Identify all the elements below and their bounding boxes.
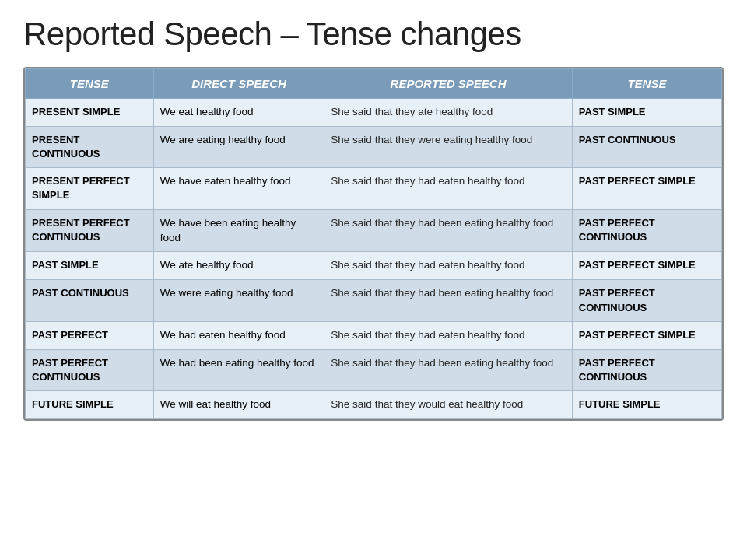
tense-left-cell: PAST PERFECT CONTINUOUS: [26, 349, 154, 390]
tense-right-cell: PAST PERFECT SIMPLE: [572, 252, 721, 280]
table-row: PRESENT PERFECT SIMPLEWe have eaten heal…: [26, 168, 722, 209]
reported-speech-cell: She said that they ate healthy food: [324, 99, 572, 127]
tense-right-cell: PAST PERFECT SIMPLE: [572, 321, 721, 349]
reported-speech-cell: She said that they had been eating healt…: [324, 349, 572, 390]
tense-right-cell: PAST SIMPLE: [572, 99, 721, 127]
direct-speech-cell: We have eaten healthy food: [153, 168, 324, 209]
table-row: PRESENT CONTINUOUSWe are eating healthy …: [26, 126, 722, 167]
table-header-row: TENSE DIRECT SPEECH REPORTED SPEECH TENS…: [26, 69, 722, 99]
tense-left-cell: PAST PERFECT: [26, 321, 154, 349]
direct-speech-cell: We have been eating healthy food: [153, 209, 324, 252]
tense-right-cell: PAST PERFECT CONTINUOUS: [572, 349, 721, 390]
reported-speech-cell: She said that they had been eating healt…: [324, 280, 572, 321]
direct-speech-cell: We will eat healthy food: [153, 390, 324, 418]
reported-speech-cell: She said that they had eaten healthy foo…: [324, 321, 572, 349]
direct-speech-cell: We were eating healthy food: [153, 280, 324, 321]
tense-left-cell: PRESENT PERFECT SIMPLE: [26, 168, 154, 209]
reported-speech-cell: She said that they had been eating healt…: [324, 209, 572, 252]
col-header-tense-left: TENSE: [26, 69, 154, 99]
table-row: PRESENT SIMPLEWe eat healthy foodShe sai…: [26, 99, 722, 127]
page-title: Reported Speech – Tense changes: [23, 16, 724, 53]
tense-left-cell: PRESENT SIMPLE: [26, 99, 154, 127]
tense-left-cell: PRESENT PERFECT CONTINUOUS: [26, 209, 154, 252]
table-row: FUTURE SIMPLEWe will eat healthy foodShe…: [26, 390, 722, 418]
tense-left-cell: PRESENT CONTINUOUS: [26, 126, 154, 167]
col-header-tense-right: TENSE: [572, 69, 721, 99]
tense-left-cell: FUTURE SIMPLE: [26, 390, 154, 418]
table-row: PAST PERFECTWe had eaten healthy foodShe…: [26, 321, 722, 349]
tense-table: TENSE DIRECT SPEECH REPORTED SPEECH TENS…: [25, 68, 722, 419]
reported-speech-cell: She said that they had eaten healthy foo…: [324, 252, 572, 280]
tense-left-cell: PAST SIMPLE: [26, 252, 154, 280]
col-header-reported-speech: REPORTED SPEECH: [324, 69, 572, 99]
direct-speech-cell: We are eating healthy food: [153, 126, 324, 167]
main-table-container: TENSE DIRECT SPEECH REPORTED SPEECH TENS…: [23, 67, 724, 421]
reported-speech-cell: She said that they had eaten healthy foo…: [324, 168, 572, 209]
table-row: PRESENT PERFECT CONTINUOUSWe have been e…: [26, 209, 722, 252]
tense-right-cell: PAST CONTINUOUS: [572, 126, 721, 167]
direct-speech-cell: We had eaten healthy food: [153, 321, 324, 349]
table-row: PAST PERFECT CONTINUOUSWe had been eatin…: [26, 349, 722, 390]
table-row: PAST SIMPLEWe ate healthy foodShe said t…: [26, 252, 722, 280]
tense-right-cell: PAST PERFECT SIMPLE: [572, 168, 721, 209]
col-header-direct-speech: DIRECT SPEECH: [153, 69, 324, 99]
tense-right-cell: FUTURE SIMPLE: [572, 390, 721, 418]
direct-speech-cell: We had been eating healthy food: [153, 349, 324, 390]
tense-right-cell: PAST PERFECT CONTINUOUS: [572, 209, 721, 252]
direct-speech-cell: We eat healthy food: [153, 99, 324, 127]
tense-right-cell: PAST PERFECT CONTINUOUS: [572, 280, 721, 321]
tense-left-cell: PAST CONTINUOUS: [26, 280, 154, 321]
reported-speech-cell: She said that they would eat healthy foo…: [324, 390, 572, 418]
direct-speech-cell: We ate healthy food: [153, 252, 324, 280]
reported-speech-cell: She said that they were eating healthy f…: [324, 126, 572, 167]
table-row: PAST CONTINUOUSWe were eating healthy fo…: [26, 280, 722, 321]
